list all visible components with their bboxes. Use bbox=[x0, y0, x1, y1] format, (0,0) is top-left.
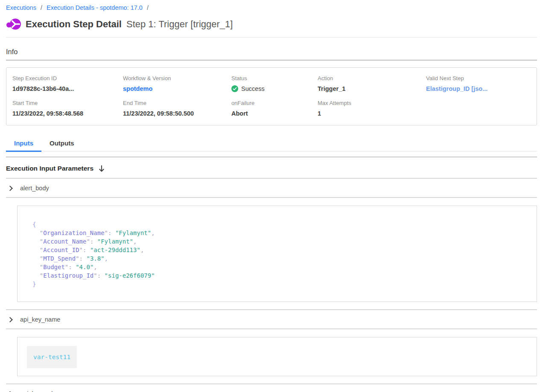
param-name: api_key_value bbox=[20, 390, 60, 392]
param-name: alert_body bbox=[20, 185, 49, 192]
field-label: Workflow & Version bbox=[123, 75, 231, 81]
info-card: Step Execution ID 1d97828c-13b6-40a... W… bbox=[6, 67, 537, 125]
json-line: "Budget": "4.0", bbox=[32, 263, 528, 271]
field-status: Status Success bbox=[231, 75, 318, 92]
json-line: "Account_ID": "act-29ddd113", bbox=[32, 246, 528, 254]
page: Executions / Execution Details - spotdem… bbox=[0, 0, 543, 392]
field-valid-next-step: Valid Next Step Elastigroup_ID [jso... bbox=[426, 75, 531, 92]
breadcrumb: Executions / Execution Details - spotdem… bbox=[6, 0, 537, 11]
info-heading: Info bbox=[6, 48, 537, 56]
chevron-right-icon bbox=[7, 186, 13, 191]
field-end-time: End Time 11/23/2022, 09:58:50.500 bbox=[123, 100, 231, 117]
param-row-api-key-name[interactable]: api_key_name bbox=[6, 310, 537, 328]
breadcrumb-link-execution-details[interactable]: Execution Details - spotdemo: 17.0 bbox=[47, 4, 143, 11]
next-step-link[interactable]: Elastigroup_ID [jso... bbox=[426, 85, 531, 92]
field-value: 11/23/2022, 09:58:50.500 bbox=[123, 110, 231, 117]
arrow-down-icon[interactable] bbox=[99, 165, 105, 172]
breadcrumb-link-executions[interactable]: Executions bbox=[6, 4, 36, 11]
field-label: Max Attempts bbox=[318, 100, 426, 106]
breadcrumb-separator: / bbox=[41, 4, 42, 11]
page-header: Execution Step Detail Step 1: Trigger [t… bbox=[6, 17, 537, 31]
field-value: 1 bbox=[318, 110, 426, 117]
param-row-alert-body[interactable]: alert_body bbox=[6, 179, 537, 197]
field-value: Trigger_1 bbox=[318, 85, 426, 92]
param-name: api_key_name bbox=[20, 316, 60, 323]
field-label: Start Time bbox=[12, 100, 123, 106]
tab-bar: Inputs Outputs bbox=[6, 135, 537, 151]
page-title: Execution Step Detail bbox=[26, 19, 122, 30]
section-title: Execution Input Parameters bbox=[6, 165, 93, 172]
divider bbox=[6, 328, 537, 329]
json-line: "Account_Name": "Fylamynt", bbox=[32, 237, 528, 246]
value-token-box: var-test11 bbox=[27, 346, 77, 368]
field-max-attempts: Max Attempts 1 bbox=[318, 100, 426, 117]
field-workflow-version: Workflow & Version spotdemo bbox=[123, 75, 231, 92]
divider bbox=[6, 197, 537, 198]
json-line: } bbox=[32, 280, 528, 288]
chevron-right-icon bbox=[7, 317, 13, 322]
alert-body-json-panel: { "Organization_Name": "Fylamynt", "Acco… bbox=[17, 206, 537, 302]
field-on-failure: onFailure Abort bbox=[231, 100, 318, 117]
json-code-block: { "Organization_Name": "Fylamynt", "Acco… bbox=[32, 220, 528, 288]
tab-inputs[interactable]: Inputs bbox=[6, 135, 41, 151]
fylamynt-logo-icon bbox=[6, 17, 21, 31]
page-subtitle: Step 1: Trigger [trigger_1] bbox=[126, 19, 233, 30]
divider bbox=[6, 37, 537, 38]
execution-input-parameters-header[interactable]: Execution Input Parameters bbox=[6, 157, 537, 178]
json-line: { bbox=[32, 220, 528, 229]
api-key-name-value: var-test11 bbox=[33, 354, 70, 360]
field-value: 1d97828c-13b6-40a... bbox=[12, 85, 123, 92]
json-line: "MTD_Spend": "3.8", bbox=[32, 254, 528, 263]
field-label: Status bbox=[231, 75, 318, 81]
field-empty bbox=[426, 100, 531, 117]
field-label: Step Execution ID bbox=[12, 75, 123, 81]
field-value: Abort bbox=[231, 110, 318, 117]
field-action: Action Trigger_1 bbox=[318, 75, 426, 92]
field-label: End Time bbox=[123, 100, 231, 106]
field-value: 11/23/2022, 09:58:48.568 bbox=[12, 110, 123, 117]
param-row-api-key-value[interactable]: api_key_value bbox=[6, 384, 537, 392]
json-line: "Elastigroup_Id": "sig-e26f6079" bbox=[32, 271, 528, 280]
success-check-icon bbox=[231, 85, 238, 92]
api-key-name-value-panel: var-test11 bbox=[17, 337, 537, 376]
field-label: Action bbox=[318, 75, 426, 81]
field-label: Valid Next Step bbox=[426, 75, 531, 81]
breadcrumb-separator: / bbox=[147, 4, 149, 11]
status-text: Success bbox=[241, 85, 265, 92]
tab-outputs[interactable]: Outputs bbox=[41, 135, 82, 151]
json-line: "Organization_Name": "Fylamynt", bbox=[32, 229, 528, 237]
workflow-link[interactable]: spotdemo bbox=[123, 85, 231, 92]
divider bbox=[6, 60, 537, 61]
field-label: onFailure bbox=[231, 100, 318, 106]
field-step-execution-id: Step Execution ID 1d97828c-13b6-40a... bbox=[12, 75, 123, 92]
field-start-time: Start Time 11/23/2022, 09:58:48.568 bbox=[12, 100, 123, 117]
